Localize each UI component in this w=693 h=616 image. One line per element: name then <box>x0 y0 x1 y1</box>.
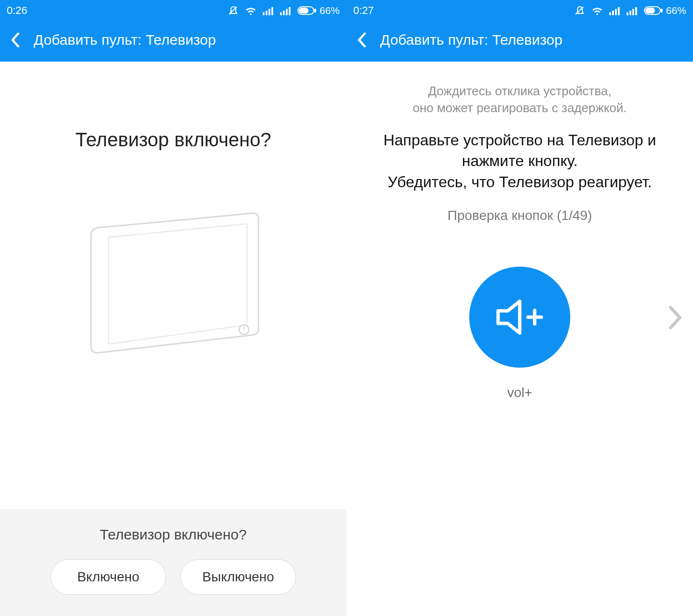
status-bar: 0:26 66% <box>0 0 346 21</box>
chevron-right-icon <box>668 305 682 330</box>
panel-title: Телевизор включено? <box>10 526 337 543</box>
svg-rect-11 <box>314 9 316 13</box>
status-time: 0:26 <box>7 4 27 17</box>
back-button[interactable] <box>353 31 371 49</box>
tv-icon <box>70 194 277 367</box>
battery-icon <box>297 6 317 15</box>
screen-right: 0:27 66% Добавить пульт: Телевизор Дожди… <box>346 0 693 616</box>
svg-rect-16 <box>612 11 614 15</box>
check-progress: Проверка кнопок (1/49) <box>346 208 693 223</box>
svg-rect-25 <box>661 9 663 13</box>
wifi-icon <box>591 5 603 16</box>
svg-rect-15 <box>609 13 611 15</box>
test-button-label: vol+ <box>507 385 532 400</box>
chevron-left-icon <box>357 33 367 47</box>
svg-rect-17 <box>615 9 617 15</box>
status-bar: 0:27 66% <box>346 0 693 21</box>
svg-rect-7 <box>286 9 288 15</box>
status-icons: 66% <box>574 5 686 16</box>
svg-rect-5 <box>280 13 282 15</box>
svg-rect-3 <box>269 9 270 15</box>
svg-rect-18 <box>618 7 620 15</box>
signal1-icon <box>609 6 621 15</box>
status-icons: 66% <box>227 5 340 16</box>
battery-icon <box>644 6 663 15</box>
svg-rect-2 <box>266 11 268 15</box>
volume-up-icon <box>493 295 546 339</box>
battery-text: 66% <box>320 5 340 16</box>
instruction-text: Направьте устройство на Телевизор и нажм… <box>346 130 693 192</box>
page-title: Добавить пульт: Телевизор <box>34 32 216 48</box>
svg-rect-19 <box>627 13 629 15</box>
volume-up-button[interactable] <box>469 267 570 368</box>
bottom-panel: Телевизор включено? Включено Выключено <box>0 509 346 616</box>
svg-rect-20 <box>629 11 631 15</box>
chevron-left-icon <box>11 33 20 47</box>
mute-icon <box>227 5 239 16</box>
content-area: Телевизор включено? Телевизор включено? … <box>0 62 346 616</box>
mute-icon <box>574 5 585 16</box>
off-button[interactable]: Выключено <box>180 559 296 595</box>
test-button-area: vol+ <box>346 267 693 400</box>
app-header: Добавить пульт: Телевизор <box>346 21 693 62</box>
next-button[interactable] <box>668 305 682 332</box>
svg-rect-6 <box>283 11 285 15</box>
signal1-icon <box>263 6 274 15</box>
on-button[interactable]: Включено <box>51 559 166 595</box>
tv-illustration <box>0 194 346 367</box>
question-heading: Телевизор включено? <box>0 129 346 151</box>
svg-rect-24 <box>645 8 655 13</box>
signal2-icon <box>280 6 292 15</box>
wifi-icon <box>244 5 257 16</box>
page-title: Добавить пульт: Телевизор <box>380 32 563 48</box>
app-header: Добавить пульт: Телевизор <box>0 21 346 62</box>
battery-text: 66% <box>666 5 686 16</box>
delay-hint: Дождитесь отклика устройства, оно может … <box>346 83 693 116</box>
svg-rect-4 <box>271 7 273 15</box>
svg-rect-10 <box>299 8 308 13</box>
svg-rect-21 <box>632 9 634 15</box>
svg-rect-8 <box>289 7 291 15</box>
screen-left: 0:26 66% Добавить пульт: Телевизор Телев… <box>0 0 346 616</box>
svg-rect-1 <box>263 13 265 15</box>
status-time: 0:27 <box>353 4 374 17</box>
svg-rect-22 <box>635 7 637 15</box>
content-area: Дождитесь отклика устройства, оно может … <box>346 62 693 616</box>
signal2-icon <box>627 6 638 15</box>
back-button[interactable] <box>7 31 24 49</box>
